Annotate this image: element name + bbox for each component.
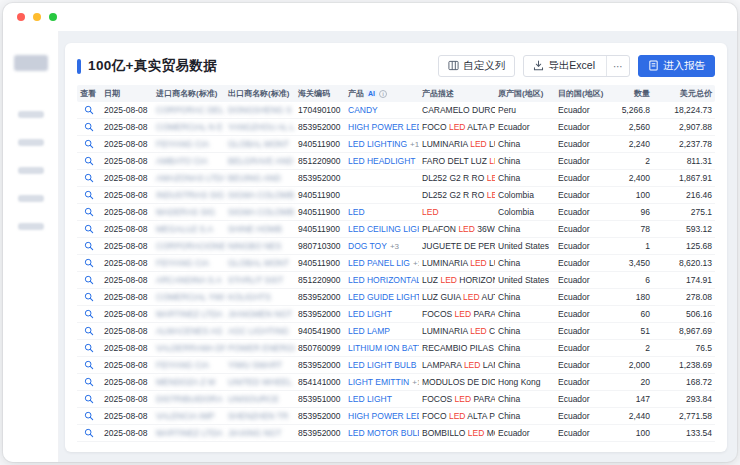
desc-keyword: LED xyxy=(468,428,485,438)
exporter-cell: NINGBO NES xyxy=(225,241,295,251)
origin-country-cell: United States xyxy=(495,241,555,251)
importer-cell: ARCANDINA S.A xyxy=(153,275,225,285)
product-link[interactable]: LED CEILING LIGHT xyxy=(348,224,419,234)
product-link[interactable]: LED xyxy=(348,207,365,217)
view-detail-button[interactable] xyxy=(84,343,94,353)
usd-total-cell: 125.68 xyxy=(653,241,715,251)
enter-report-button[interactable]: 进入报告 xyxy=(638,55,715,77)
magnifier-icon xyxy=(84,105,94,115)
sidebar-item-blurred[interactable] xyxy=(14,55,48,71)
desc-keyword: LED xyxy=(440,275,457,285)
view-detail-button[interactable] xyxy=(84,428,94,438)
view-detail-button[interactable] xyxy=(84,292,94,302)
origin-country-cell: China xyxy=(495,360,555,370)
view-detail-button[interactable] xyxy=(84,258,94,268)
view-cell xyxy=(77,394,101,404)
view-detail-button[interactable] xyxy=(84,309,94,319)
sidebar-item-blurred[interactable] xyxy=(18,223,44,230)
product-link[interactable]: LED LIGHT xyxy=(348,394,392,404)
view-cell xyxy=(77,377,101,387)
table-row: 2025-08-08 AMBATO CIA BELGRAVE AND 85122… xyxy=(77,153,715,170)
sidebar-item-blurred[interactable] xyxy=(18,167,44,174)
product-link[interactable]: LED MOTOR BULB xyxy=(348,428,419,438)
col-exporter: 出口商名称(标准) xyxy=(225,88,295,99)
view-detail-button[interactable] xyxy=(84,241,94,251)
view-detail-button[interactable] xyxy=(84,360,94,370)
exporter-cell: GLOBAL MONT xyxy=(225,258,295,268)
dest-country-cell: Ecuador xyxy=(555,394,611,404)
product-extra-badge: +1 xyxy=(410,140,419,149)
view-detail-button[interactable] xyxy=(84,139,94,149)
view-detail-button[interactable] xyxy=(84,173,94,183)
sidebar-item-blurred[interactable] xyxy=(18,195,44,202)
view-detail-button[interactable] xyxy=(84,394,94,404)
product-link[interactable]: LITHIUM ION BATTE xyxy=(348,343,419,353)
product-link[interactable]: HIGH POWER LED F xyxy=(348,411,419,421)
view-detail-button[interactable] xyxy=(84,122,94,132)
product-link[interactable]: LED HEADLIGHT xyxy=(348,156,416,166)
sidebar-item-blurred[interactable] xyxy=(18,139,44,146)
usd-total-cell: 174.91 xyxy=(653,275,715,285)
traffic-light-close[interactable] xyxy=(17,13,25,21)
product-link[interactable]: LED GUIDE LIGHT T xyxy=(348,292,419,302)
magnifier-icon xyxy=(84,411,94,421)
origin-country-cell: China xyxy=(495,173,555,183)
view-detail-button[interactable] xyxy=(84,224,94,234)
export-more-button[interactable]: ⋯ xyxy=(606,56,629,76)
view-detail-button[interactable] xyxy=(84,190,94,200)
magnifier-icon xyxy=(84,173,94,183)
product-desc-cell: FARO DELT LUZ LE... xyxy=(419,156,495,166)
desc-keyword: LED xyxy=(449,411,466,421)
date-cell: 2025-08-08 xyxy=(101,190,153,200)
dest-country-cell: Ecuador xyxy=(555,105,611,115)
importer-cell: COMERCIAL N E xyxy=(153,122,225,132)
view-detail-button[interactable] xyxy=(84,207,94,217)
desc-text-post: LU... xyxy=(487,258,495,268)
product-link[interactable]: DOG TOY xyxy=(348,241,387,251)
quantity-cell: 3,450 xyxy=(611,258,653,268)
view-detail-button[interactable] xyxy=(84,326,94,336)
magnifier-icon xyxy=(84,139,94,149)
view-detail-button[interactable] xyxy=(84,411,94,421)
date-cell: 2025-08-08 xyxy=(101,428,153,438)
desc-text-pre: FOCOS xyxy=(422,309,455,319)
view-detail-button[interactable] xyxy=(84,105,94,115)
desc-text-post: 36W C... xyxy=(475,224,495,234)
origin-country-cell: Ecuador xyxy=(495,122,555,132)
traffic-light-zoom[interactable] xyxy=(49,13,57,21)
view-detail-button[interactable] xyxy=(84,275,94,285)
view-cell xyxy=(77,343,101,353)
product-desc-cell: FOCO LED ALTA PC... xyxy=(419,411,495,421)
traffic-light-minimize[interactable] xyxy=(33,13,41,21)
enter-report-label: 进入报告 xyxy=(663,59,705,73)
hs-code-cell: 940511900 xyxy=(295,139,345,149)
product-link[interactable]: LED LAMP xyxy=(348,326,390,336)
info-icon[interactable]: i xyxy=(379,90,387,98)
origin-country-cell: Ecuador xyxy=(495,428,555,438)
view-cell xyxy=(77,105,101,115)
export-excel-main[interactable]: 导出Excel xyxy=(524,56,602,76)
product-link[interactable]: HIGH POWER LED F xyxy=(348,122,419,132)
product-desc-cell: DL252 G2 R RO LED... xyxy=(419,190,495,200)
desc-text-post: AUT... xyxy=(480,292,495,302)
usd-total-cell: 18,224.73 xyxy=(653,105,715,115)
sidebar-item-blurred[interactable] xyxy=(18,111,44,118)
product-link[interactable]: LED HORIZONTAL xyxy=(348,275,419,285)
date-cell: 2025-08-08 xyxy=(101,292,153,302)
hs-code-cell: 853952000 xyxy=(295,360,345,370)
view-cell xyxy=(77,428,101,438)
importer-cell: COMERCIAL YWI xyxy=(153,292,225,302)
product-link[interactable]: LIGHT EMITTIN xyxy=(348,377,409,387)
sidebar xyxy=(3,31,59,462)
product-link[interactable]: LED LIGHT BULB xyxy=(348,360,416,370)
customize-columns-button[interactable]: 自定义列 xyxy=(438,55,515,77)
col-hs-code: 海关编码 xyxy=(295,88,345,99)
date-cell: 2025-08-08 xyxy=(101,173,153,183)
hs-code-cell: 854141000 xyxy=(295,377,345,387)
product-link[interactable]: LED LIGHTING xyxy=(348,139,407,149)
product-link[interactable]: LED LIGHT xyxy=(348,309,392,319)
view-detail-button[interactable] xyxy=(84,377,94,387)
product-link[interactable]: LED PANEL LIG xyxy=(348,258,410,268)
view-detail-button[interactable] xyxy=(84,156,94,166)
product-link[interactable]: CANDY xyxy=(348,105,378,115)
